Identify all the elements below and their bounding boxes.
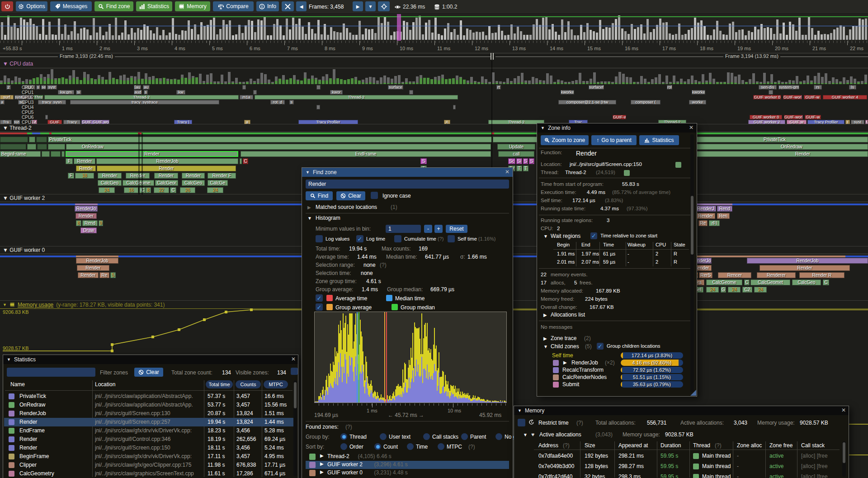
timeline-zone[interactable]: RenderJ: [695, 206, 716, 212]
cpu-zone[interactable]: worke: [689, 100, 706, 104]
table-row[interactable]: Renderjni/../jni/src/guif/Screen.cpp:257…: [4, 418, 294, 426]
timeline-zone[interactable]: G: [721, 287, 726, 293]
clear-filter-button[interactable]: Clear: [134, 368, 163, 377]
matched-locations-label[interactable]: Matched source locations: [316, 204, 377, 210]
cpu-zone[interactable]: [316, 105, 320, 109]
column-header-name[interactable]: Name: [10, 381, 25, 388]
legend-swatch[interactable]: [392, 304, 398, 310]
cpu-zone[interactable]: composer@2.1-se (Hw: [558, 100, 616, 104]
decrement-button[interactable]: -: [424, 225, 432, 233]
timeline-zone[interactable]: Render: [77, 265, 109, 271]
timeline-zone[interactable]: C: [170, 187, 176, 193]
timeline-zone[interactable]: CalcGeome: [706, 279, 742, 285]
timeline-zone[interactable]: [27, 144, 36, 150]
child-zone-name[interactable]: RenderJob: [571, 360, 598, 366]
scrollbar-thumb[interactable]: [691, 196, 693, 255]
mem-col-duration[interactable]: Duration: [660, 442, 681, 449]
cpu-zone[interactable]: surface: [388, 85, 403, 90]
histogram-label[interactable]: Histogram: [316, 215, 340, 221]
cpu-zone[interactable]: [253, 90, 257, 95]
radio-thread[interactable]: [340, 433, 347, 440]
legend-swatch[interactable]: [386, 295, 392, 301]
cpu-zone[interactable]: a: [0, 100, 5, 104]
timeline-zone[interactable]: RenderJob: [96, 158, 238, 164]
column-header-counts[interactable]: Counts: [236, 380, 261, 388]
timeline-zone[interactable]: 26: [180, 187, 195, 193]
legend-checkbox[interactable]: ✓: [316, 303, 323, 311]
color-swatch[interactable]: [624, 170, 630, 176]
column-header-location[interactable]: Location: [95, 381, 115, 388]
mem-col-size[interactable]: Size: [585, 442, 595, 449]
cpu-zone[interactable]: GUIF-w: [805, 115, 821, 119]
button-zoom-to-zone[interactable]: Zoom to zone: [541, 135, 589, 145]
cpu-data-header[interactable]: ▼ CPU data: [3, 61, 33, 67]
timeline-zone[interactable]: 18: [75, 173, 94, 179]
legend-swatch[interactable]: [326, 295, 333, 301]
checkbox-log-values[interactable]: [316, 235, 323, 242]
cpu-zone[interactable]: composer (: [631, 100, 660, 104]
legend-checkbox[interactable]: ✓: [316, 294, 323, 302]
timeline-zone[interactable]: Re: [99, 272, 109, 278]
timeline-zone[interactable]: RenderJob: [76, 258, 118, 264]
mem-col-appeared-at[interactable]: Appeared at: [618, 442, 648, 449]
wait-col-state[interactable]: State: [674, 242, 685, 247]
timeline-zone[interactable]: Si: [516, 158, 522, 164]
cpu-zone[interactable]: rot_d: [270, 100, 285, 104]
timeline-zone[interactable]: OnRedraw: [66, 144, 491, 150]
table-row[interactable]: Renderjni/../jni/src/guif/Screen.cpp:150…: [4, 444, 294, 452]
timeline-zone[interactable]: 9: [99, 220, 103, 226]
close-icon[interactable]: ✕: [841, 407, 846, 413]
column-header-mtpc[interactable]: MTPC: [264, 380, 288, 388]
statistics-window[interactable]: ▼Statistics✕Filter zonesTotal zone count…: [3, 355, 298, 478]
frame-b-label[interactable]: Frame 3,194 (13.92 ms): [723, 53, 780, 59]
timeline-zone[interactable]: [0, 144, 26, 150]
timeline-zone[interactable]: Renderer: [757, 272, 796, 278]
wait-col-wakeup[interactable]: Wakeup: [627, 242, 646, 247]
tree-arrow-icon[interactable]: ▶: [543, 336, 547, 341]
timeline-zone[interactable]: Rencer: [718, 272, 751, 278]
histogram-chart[interactable]: [314, 312, 507, 403]
partial-checkbox[interactable]: [291, 368, 298, 375]
cpu-zone[interactable]: system-grm: [778, 85, 799, 90]
column-header-total-time[interactable]: Total time: [206, 380, 233, 388]
timeline-zone[interactable]: Render: [97, 166, 236, 171]
tree-arrow-icon[interactable]: ▶: [563, 360, 567, 365]
thread-header-guif-worker-0[interactable]: ▼ GUIF worker 0: [3, 247, 45, 253]
table-row[interactable]: PrivateTickjni/../jni/src/claw/applicati…: [4, 392, 294, 401]
cpu-zone[interactable]: GUIF-work: [783, 95, 802, 99]
cpu-zone[interactable]: GUIF-w: [613, 115, 626, 119]
cpu-zone[interactable]: m1a: [240, 95, 253, 99]
found-group-row[interactable]: ▶Thread-2(4,105) 6.46 s: [306, 453, 509, 461]
timeline-zone[interactable]: RenderJob: [747, 258, 868, 264]
legend-swatch[interactable]: [326, 304, 333, 310]
mem-col-call-stack[interactable]: Call stack: [801, 442, 825, 449]
wait-col-cpu[interactable]: CPU: [656, 242, 666, 247]
timeline-zone[interactable]: Rend: [717, 206, 732, 212]
timeline-zone[interactable]: CalcGeo: [182, 180, 205, 186]
restrict-time-checkbox[interactable]: [518, 419, 525, 426]
cpu-zone[interactable]: s: [144, 90, 148, 95]
timeline-zone[interactable]: S: [529, 158, 534, 164]
allocations-list-label[interactable]: Allocations list: [551, 312, 585, 318]
zone-info-titlebar[interactable]: ▼Zone info: [537, 123, 697, 133]
button-statistics[interactable]: Statistics: [639, 135, 679, 145]
cpu-zone[interactable]: [45, 115, 48, 119]
group-children-checkbox[interactable]: ✓: [597, 343, 604, 350]
timeline-zone[interactable]: [51, 151, 61, 157]
radio-parent[interactable]: [461, 433, 468, 440]
cpu-zone[interactable]: s: [36, 85, 40, 90]
help-marker[interactable]: (?): [563, 442, 570, 449]
checkbox-self-time[interactable]: [448, 235, 455, 242]
find-button[interactable]: Find: [306, 191, 333, 200]
toolbar-button-messages[interactable]: Messages: [50, 1, 92, 11]
radio-user-text[interactable]: [380, 433, 387, 440]
radio-order[interactable]: [340, 443, 347, 450]
tree-arrow-icon[interactable]: ▼: [523, 432, 528, 437]
tree-arrow-icon[interactable]: ▶: [320, 469, 324, 474]
timeline-zone[interactable]: C: [823, 279, 829, 285]
timeline-zone[interactable]: 24: [99, 187, 115, 193]
scrollbar-thumb[interactable]: [294, 382, 297, 408]
toolbar-button-info[interactable]: Info: [256, 1, 279, 11]
timeline-zone[interactable]: Render: [98, 173, 122, 179]
found-group-row[interactable]: ▶GUIF worker 0(3,231) 4.48 s: [306, 469, 509, 477]
